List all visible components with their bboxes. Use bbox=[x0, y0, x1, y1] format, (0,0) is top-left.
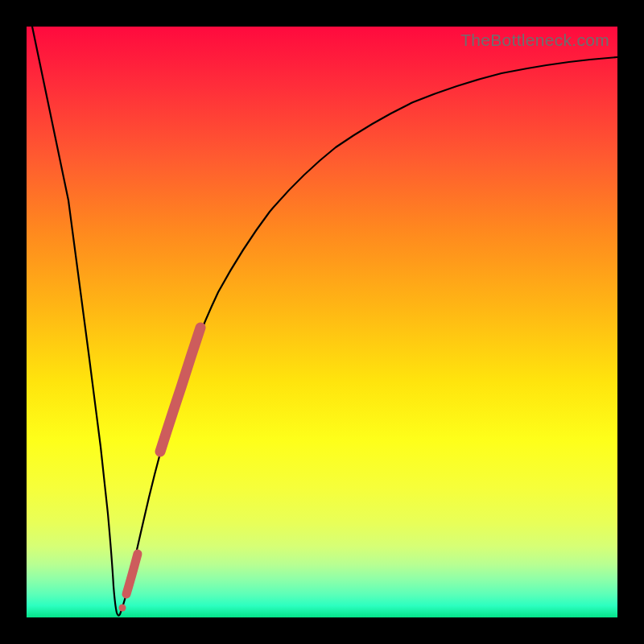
main-curve bbox=[32, 27, 617, 616]
highlight-upper bbox=[160, 328, 200, 452]
plot-area: TheBottleneck.com bbox=[27, 27, 617, 617]
chart-frame: TheBottleneck.com bbox=[0, 0, 644, 644]
curve-layer bbox=[27, 27, 617, 617]
highlight-lower bbox=[126, 554, 138, 594]
highlight-dot bbox=[119, 605, 126, 612]
